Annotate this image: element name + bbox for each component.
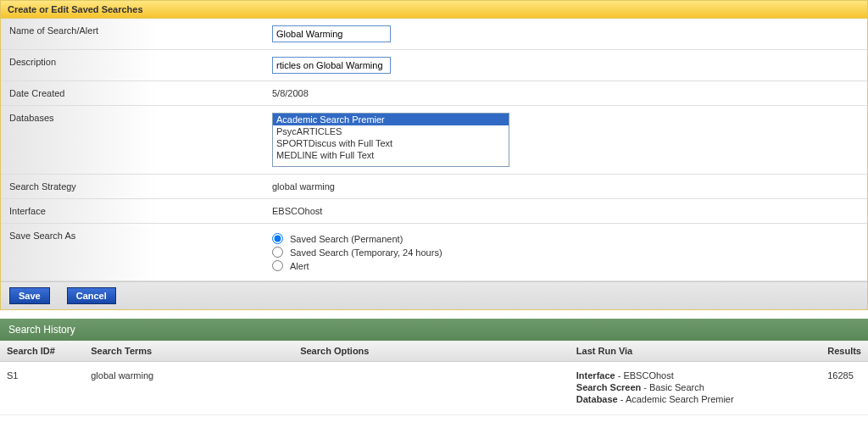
save-as-option[interactable]: Alert xyxy=(272,260,859,271)
search-strategy-label: Search Strategy xyxy=(1,175,264,199)
name-label: Name of Search/Alert xyxy=(1,19,264,50)
interface-label: Interface xyxy=(1,199,264,224)
search-strategy-value: global warming xyxy=(264,175,867,199)
cell-id: S1 xyxy=(0,362,84,415)
database-item[interactable]: Academic Search Premier xyxy=(273,114,509,125)
save-as-radio[interactable] xyxy=(272,260,283,271)
save-as-radio[interactable] xyxy=(272,233,283,244)
description-label: Description xyxy=(1,50,264,81)
save-as-option[interactable]: Saved Search (Permanent) xyxy=(272,233,859,244)
save-as-option-label: Saved Search (Temporary, 24 hours) xyxy=(290,247,442,258)
panel-title: Create or Edit Saved Searches xyxy=(1,1,867,19)
table-row: S1global warmingInterface - EBSCOhostSea… xyxy=(0,362,868,415)
save-button[interactable]: Save xyxy=(9,287,50,304)
date-created-value: 5/8/2008 xyxy=(264,81,867,106)
save-as-option-label: Alert xyxy=(290,261,309,271)
col-terms: Search Terms xyxy=(84,341,293,362)
save-as-radio[interactable] xyxy=(272,247,283,258)
save-as-option-label: Saved Search (Permanent) xyxy=(290,234,403,244)
interface-value: EBSCOhost xyxy=(264,199,867,224)
save-as-option[interactable]: Saved Search (Temporary, 24 hours) xyxy=(272,247,859,258)
databases-listbox[interactable]: Academic Search PremierPsycARTICLESSPORT… xyxy=(272,113,509,167)
history-panel: Search History Search ID# Search Terms S… xyxy=(0,319,868,415)
history-title: Search History xyxy=(0,319,868,341)
description-input[interactable] xyxy=(272,57,391,74)
date-created-label: Date Created xyxy=(1,81,264,106)
database-item[interactable]: MEDLINE with Full Text xyxy=(273,149,509,161)
database-item[interactable]: SPORTDiscus with Full Text xyxy=(273,137,509,149)
databases-label: Databases xyxy=(1,106,264,175)
cell-last-run: Interface - EBSCOhostSearch Screen - Bas… xyxy=(570,362,821,415)
col-options: Search Options xyxy=(293,341,570,362)
button-bar: Save Cancel xyxy=(1,281,867,309)
col-last-run: Last Run Via xyxy=(570,341,821,362)
database-item[interactable]: PsycARTICLES xyxy=(273,125,509,137)
form-table: Name of Search/Alert Description Date Cr… xyxy=(1,19,867,281)
col-results: Results xyxy=(821,341,868,362)
history-table: Search ID# Search Terms Search Options L… xyxy=(0,341,868,415)
cell-options xyxy=(293,362,570,415)
name-input[interactable] xyxy=(272,25,391,42)
cell-results: 16285 xyxy=(821,362,868,415)
save-as-label: Save Search As xyxy=(1,224,264,281)
cancel-button[interactable]: Cancel xyxy=(67,287,116,304)
cell-terms: global warming xyxy=(84,362,293,415)
col-id: Search ID# xyxy=(0,341,84,362)
saved-search-panel: Create or Edit Saved Searches Name of Se… xyxy=(0,0,868,310)
